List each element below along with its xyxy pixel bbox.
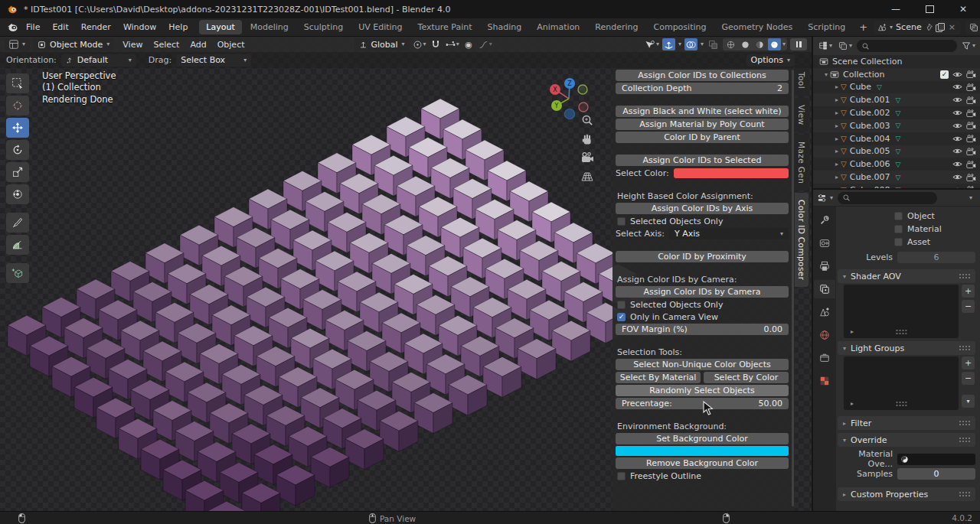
hide-viewport-icon[interactable]: [952, 135, 962, 143]
outliner-filter-collection-dropdown[interactable]: ▾: [837, 39, 854, 53]
workspace-tab-animation[interactable]: Animation: [530, 20, 586, 34]
randomly-select-objects-button[interactable]: Randomly Select Objects: [616, 385, 789, 396]
overlays-toggle-icon[interactable]: [684, 38, 697, 50]
shading-dropdown[interactable]: ▾: [782, 41, 786, 47]
select-axis-dropdown[interactable]: Select Axis:Y Axis▾: [616, 228, 789, 239]
select-by-color-button[interactable]: Select By Color: [704, 372, 789, 383]
levels-field[interactable]: 6: [897, 252, 975, 263]
outliner-filter-dropdown[interactable]: ▾: [960, 39, 977, 53]
toggle-perspective-icon[interactable]: [580, 171, 596, 186]
minimize-button[interactable]: —: [879, 0, 913, 18]
assign-material-by-poly-count-button[interactable]: Assign Material by Poly Count: [616, 119, 789, 130]
shader-aov-section-header[interactable]: ▾Shader AOV: [838, 269, 975, 283]
filter-section-header[interactable]: ▸Filter: [838, 416, 975, 430]
rotate-tool[interactable]: [6, 140, 29, 160]
3d-viewport[interactable]: ▾ Object Mode▾ ViewSelectAddObject Globa…: [0, 37, 812, 511]
close-button[interactable]: ✕: [946, 0, 980, 18]
workspace-tab-geometry-nodes[interactable]: Geometry Nodes: [714, 20, 799, 34]
workspace-tab-compositing[interactable]: Compositing: [647, 20, 714, 34]
move-tool[interactable]: [6, 118, 29, 138]
maximize-button[interactable]: [913, 0, 946, 18]
viewlayer-selector[interactable]: ▾ ViewLayer ×: [965, 21, 980, 34]
proportional-editing-icon[interactable]: ◉: [462, 38, 475, 50]
pivot-point-dropdown[interactable]: ▾: [413, 38, 426, 50]
zoom-view-icon[interactable]: [580, 113, 596, 129]
workspace-tab-scripting[interactable]: Scripting: [801, 20, 852, 34]
workspace-tab-texture-paint[interactable]: Texture Paint: [411, 20, 479, 34]
render-tab-icon[interactable]: [814, 234, 835, 252]
select-color-swatch[interactable]: Select Color:: [616, 168, 789, 179]
proportional-falloff-dropdown[interactable]: ▾: [479, 38, 492, 50]
workspace-tab-sculpting[interactable]: Sculpting: [297, 20, 350, 34]
menu-window[interactable]: Window: [117, 18, 162, 37]
sidebar-tab-view[interactable]: View: [795, 98, 808, 132]
workspace-tab-layout[interactable]: Layout: [199, 20, 241, 34]
wireframe-shading-icon[interactable]: [724, 38, 737, 50]
lightgroup-expand-icon[interactable]: ▸: [848, 400, 856, 407]
outliner-row-cube-008[interactable]: ▸▽Cube.008▽: [813, 184, 980, 190]
add-lightgroup-button[interactable]: +: [962, 356, 975, 369]
hide-viewport-icon[interactable]: [952, 147, 962, 155]
hide-viewport-icon[interactable]: [952, 109, 962, 117]
assign-color-ids-to-selected-button[interactable]: Assign Color IDs to Selected: [616, 155, 789, 166]
disable-render-icon[interactable]: [966, 96, 976, 105]
collection-depth-field[interactable]: Collection Depth2: [616, 83, 789, 94]
outliner-row-cube-004[interactable]: ▸▽Cube.004▽: [813, 132, 980, 145]
assign-black-and-white-button[interactable]: Assign Black and White (select white): [616, 106, 789, 117]
select-by-material-button[interactable]: Select By Material: [616, 372, 701, 383]
collection-tab-icon[interactable]: [814, 349, 835, 367]
override-section-header[interactable]: ▾Override: [838, 433, 975, 447]
pan-view-icon[interactable]: [580, 132, 596, 148]
view-layer-tab-icon[interactable]: [814, 280, 835, 298]
disable-render-icon[interactable]: [966, 147, 976, 156]
workspace-tab-shading[interactable]: Shading: [481, 20, 529, 34]
pause-render-button[interactable]: [790, 38, 807, 50]
pin-icon[interactable]: [925, 23, 933, 31]
cursor-tool[interactable]: [6, 96, 29, 116]
lightgroup-specials-dropdown[interactable]: ▾: [962, 395, 975, 408]
unlink-scene-icon[interactable]: ×: [947, 22, 957, 32]
disable-render-icon[interactable]: [966, 160, 976, 169]
sidebar-tab-tool[interactable]: Tool: [795, 65, 808, 96]
assign-color-ids-by-axis-button[interactable]: Assign Color IDs by Axis: [616, 203, 789, 214]
workspace-tab-rendering[interactable]: Rendering: [588, 20, 645, 34]
mode-dropdown[interactable]: Object Mode▾: [33, 38, 114, 50]
hide-viewport-icon[interactable]: [952, 70, 962, 79]
orientation-dropdown[interactable]: Default▾: [61, 54, 136, 67]
options-dropdown[interactable]: Options▾: [746, 54, 795, 67]
viewport-menu-add[interactable]: Add: [185, 40, 211, 50]
rendered-shading-icon[interactable]: [768, 38, 781, 50]
color-id-by-parent-button[interactable]: Color ID by Parent: [616, 132, 789, 143]
snap-toggle-icon[interactable]: [430, 38, 443, 50]
assign-color-ids-by-camera-button[interactable]: Assign Color IDs by Camera: [616, 286, 789, 298]
viewport-menu-view[interactable]: View: [117, 40, 148, 50]
viewport-menu-object[interactable]: Object: [212, 40, 250, 50]
disable-render-icon[interactable]: [966, 121, 976, 130]
hide-viewport-icon[interactable]: [952, 173, 962, 181]
asset-toggle-checkbox[interactable]: [894, 238, 903, 246]
percentage-field[interactable]: Precentage:50.00: [616, 398, 789, 409]
samples-field[interactable]: 0: [897, 468, 975, 480]
disable-render-icon[interactable]: [966, 173, 976, 182]
add-aov-button[interactable]: +: [962, 285, 975, 298]
new-scene-icon[interactable]: [936, 23, 944, 32]
assign-color-ids-to-collections-button[interactable]: Assign Color IDs to Collections: [616, 70, 789, 81]
scale-tool[interactable]: [6, 162, 29, 182]
fov-margin-field[interactable]: FOV Margin (%)0.00: [616, 324, 789, 335]
measure-tool[interactable]: [6, 235, 29, 255]
collection-checkbox[interactable]: ✓: [940, 70, 949, 79]
color-id-by-proximity-button[interactable]: Color ID by Proximity: [616, 251, 789, 262]
set-background-color-button[interactable]: Set Background Color: [616, 433, 789, 444]
object-visibility-dropdown[interactable]: ▾: [645, 38, 659, 50]
hide-viewport-icon[interactable]: [952, 96, 962, 104]
remove-background-color-button[interactable]: Remove Background Color: [616, 457, 789, 469]
outliner-row-cube-006[interactable]: ▸▽Cube.006▽: [813, 158, 980, 171]
snap-target-dropdown[interactable]: ▾: [446, 38, 459, 50]
properties-options-dropdown[interactable]: ▾: [969, 195, 972, 201]
workspace-tab-uv-editing[interactable]: UV Editing: [351, 20, 409, 34]
select-box-tool[interactable]: [6, 73, 29, 93]
gizmos-toggle-icon[interactable]: [662, 38, 675, 50]
outliner-row-cube-005[interactable]: ▸▽Cube.005▽: [813, 145, 980, 158]
remove-aov-button[interactable]: −: [962, 300, 975, 313]
properties-search-input[interactable]: [838, 192, 937, 204]
